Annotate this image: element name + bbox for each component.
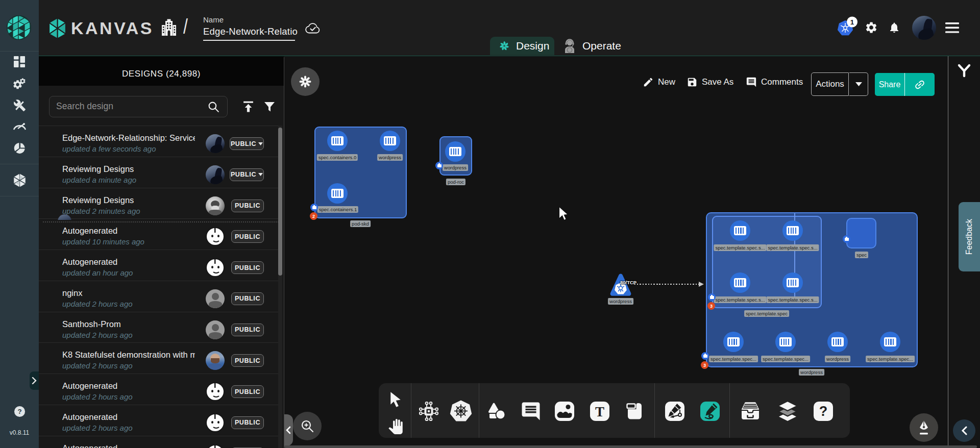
- svg-text:?: ?: [17, 408, 21, 415]
- svg-text:1: 1: [850, 18, 854, 26]
- svg-text:T: T: [595, 404, 604, 419]
- svg-text:?: ?: [819, 404, 828, 419]
